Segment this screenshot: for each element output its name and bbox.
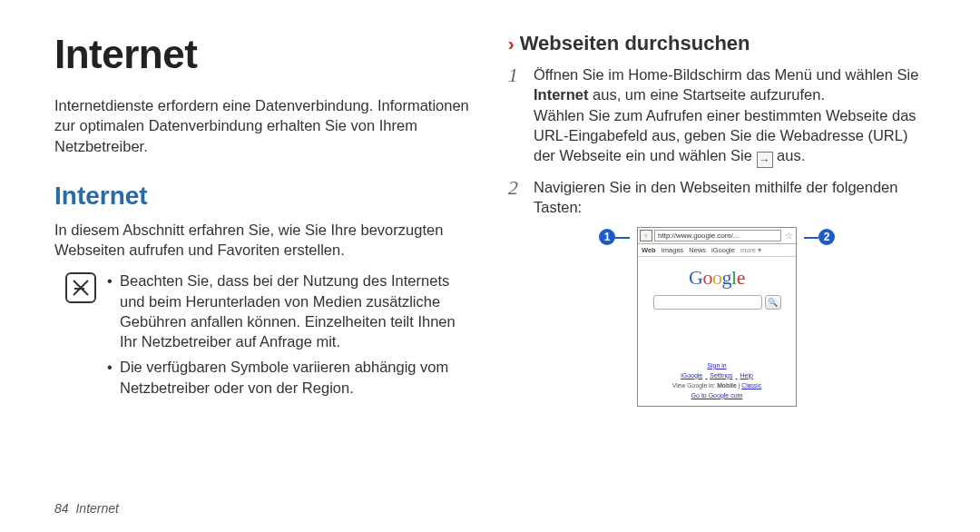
footer-title: Internet: [75, 501, 118, 516]
search-input[interactable]: [653, 295, 762, 310]
view-mode: View Google in: Mobile | Classic: [638, 380, 796, 390]
google-logo: Google: [638, 257, 796, 295]
intro-text: Internetdienste erfordern eine Datenverb…: [54, 95, 472, 156]
phone-figure: 1 ▫ http://www.google.com/... ☆ Web Imag…: [508, 227, 926, 407]
subsection-title: › Webseiten durchsuchen: [508, 32, 926, 55]
search-row: 🔍: [638, 295, 796, 315]
callout-1: 1: [599, 229, 615, 245]
page-title: Internet: [54, 32, 472, 77]
page-footer: 84 Internet: [54, 501, 119, 516]
left-column: Internet Internetdienste erfordern eine …: [54, 32, 472, 407]
tab-images[interactable]: Images: [662, 246, 684, 254]
section-intro: In diesem Abschnitt erfahren Sie, wie Si…: [54, 220, 472, 261]
callout-line: [615, 237, 630, 239]
callout-2-container: 2: [804, 229, 835, 245]
url-field[interactable]: http://www.google.com/...: [654, 230, 781, 241]
link-settings[interactable]: Settings: [710, 372, 732, 379]
link-igoogle[interactable]: iGoogle: [681, 372, 702, 379]
note-icon: [65, 272, 96, 303]
note-box: Beachten Sie, dass bei der Nutzung des I…: [54, 271, 472, 403]
subsection-title-text: Webseiten durchsuchen: [520, 32, 750, 55]
right-column: › Webseiten durchsuchen 1 Öffnen Sie im …: [508, 32, 926, 407]
callout-2: 2: [818, 229, 835, 245]
text: View Google in:: [672, 382, 717, 389]
signin-link[interactable]: Sign in: [638, 360, 796, 370]
google-tabs: Web Images News iGoogle more ▾: [638, 244, 796, 257]
note-item: Die verfügbaren Symbole variieren abhäng…: [107, 357, 472, 398]
link-classic[interactable]: Classic: [741, 382, 761, 389]
step-text: Öffnen Sie im Home-Bildschirm das Menü u…: [534, 64, 926, 168]
browser-screenshot: ▫ http://www.google.com/... ☆ Web Images…: [637, 227, 797, 407]
step-2: 2 Navigieren Sie in den Webseiten mithil…: [508, 177, 926, 218]
step-1: 1 Öffnen Sie im Home-Bildschirm das Menü…: [508, 64, 926, 168]
bookmark-icon[interactable]: ☆: [783, 231, 794, 241]
goto-google[interactable]: Go to Google.com: [638, 390, 796, 400]
link-help[interactable]: Help: [740, 372, 752, 379]
callout-line: [804, 237, 818, 239]
page-number: 84: [54, 501, 69, 516]
text: Öffnen Sie im Home-Bildschirm das Menü u…: [534, 66, 918, 83]
bold-internet: Internet: [534, 86, 589, 103]
text: Wählen Sie zum Aufrufen einer bestimmten…: [534, 107, 916, 164]
callout-1-container: 1: [599, 229, 630, 245]
tab-web[interactable]: Web: [642, 246, 656, 254]
step-text: Navigieren Sie in den Webseiten mithilfe…: [534, 177, 926, 218]
text: Mobile: [717, 382, 737, 389]
address-bar: ▫ http://www.google.com/... ☆: [638, 228, 796, 244]
step-number: 1: [508, 64, 524, 168]
search-button[interactable]: 🔍: [765, 295, 781, 310]
step-number: 2: [508, 177, 524, 218]
text: aus, um eine Startseite aufzurufen.: [589, 86, 825, 103]
tab-news[interactable]: News: [689, 246, 706, 254]
tab-more[interactable]: more ▾: [740, 246, 761, 254]
windows-icon[interactable]: ▫: [640, 230, 652, 241]
chevron-icon: ›: [508, 34, 514, 53]
go-icon: →: [757, 152, 773, 168]
footer-links: iGoogle Settings Help: [638, 370, 796, 380]
section-title-internet: Internet: [54, 182, 472, 211]
note-list: Beachten Sie, dass bei der Nutzung des I…: [107, 271, 472, 403]
tab-igoogle[interactable]: iGoogle: [711, 246, 735, 254]
text: aus.: [773, 147, 806, 163]
note-item: Beachten Sie, dass bei der Nutzung des I…: [107, 271, 472, 351]
